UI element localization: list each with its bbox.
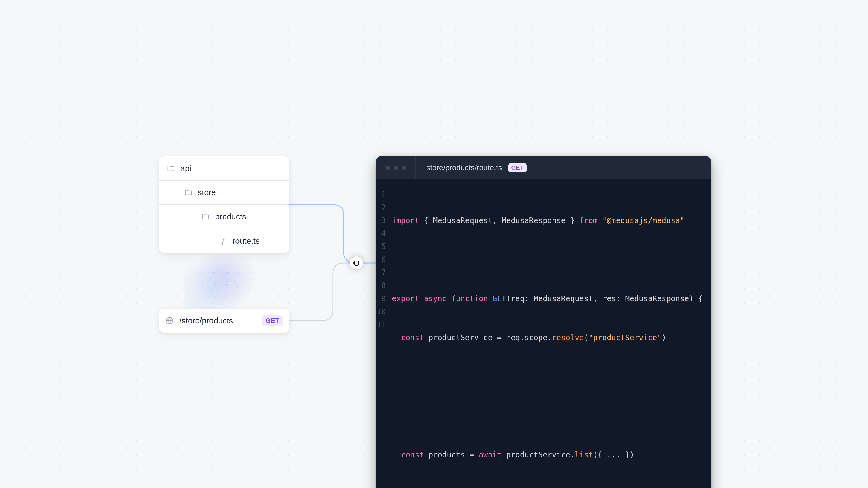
code-line [392,253,703,266]
line-number: 11 [376,318,386,331]
folder-icon [202,213,210,221]
folder-icon [184,188,192,197]
editor-tab[interactable]: store/products/route.ts GET [415,156,538,180]
line-number-gutter: 1 2 3 4 5 6 7 8 9 10 11 [376,188,392,488]
code-line: export async function GET(req: MedusaReq… [392,292,703,305]
file-icon: f [219,237,227,245]
traffic-dot [385,166,390,170]
code-editor-window: store/products/route.ts GET 1 2 3 4 5 6 … [376,156,711,488]
connector-lines [289,205,376,321]
tree-label: route.ts [232,236,259,246]
tree-row-route[interactable]: f route.ts [159,229,289,253]
endpoint-card[interactable]: /store/products GET [159,308,289,333]
tab-path: store/products/route.ts [426,163,502,172]
code-line: import { MedusaRequest, MedusaResponse }… [392,214,703,227]
window-traffic-lights [376,156,415,180]
line-number: 3 [376,214,386,227]
sparkle-effect [184,255,266,309]
line-number: 2 [376,201,386,214]
traffic-dot [394,166,398,170]
http-method-badge: GET [508,163,527,172]
line-number: 5 [376,240,386,253]
endpoint-path: /store/products [179,316,256,325]
diagram-stage: api store products f route.ts /store/pr [0,0,868,488]
line-number: 10 [376,305,386,318]
line-number: 6 [376,253,386,266]
line-number: 9 [376,292,386,305]
spinner-icon [353,260,360,266]
tree-row-api[interactable]: api [159,156,289,181]
tree-label: api [180,164,191,173]
http-method-badge: GET [262,315,283,326]
line-number: 7 [376,266,386,279]
line-number: 8 [376,279,386,292]
code-editor-header: store/products/route.ts GET [376,156,711,180]
file-tree-card: api store products f route.ts [159,156,289,253]
tree-row-products[interactable]: products [159,205,289,229]
globe-icon [165,316,174,325]
tree-label: store [198,188,216,197]
connector-node [350,257,363,269]
code-content[interactable]: import { MedusaRequest, MedusaResponse }… [392,188,711,488]
code-line [392,410,703,422]
code-line: const productService = req.scope.resolve… [392,331,703,344]
line-number: 4 [376,227,386,240]
folder-icon [167,164,175,172]
traffic-dot [402,166,406,170]
code-line [392,370,703,383]
line-number: 1 [376,188,386,201]
tree-row-store[interactable]: store [159,181,289,205]
code-body: 1 2 3 4 5 6 7 8 9 10 11 import { MedusaR… [376,180,711,488]
code-line: const products = await productService.li… [392,448,703,461]
tree-label: products [215,212,246,221]
